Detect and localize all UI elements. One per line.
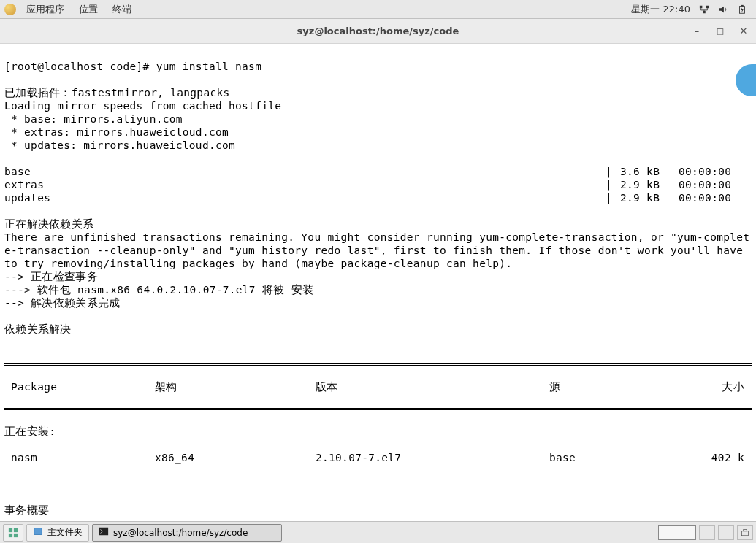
terminal-line: --> 正在检查事务 xyxy=(4,270,752,283)
blank xyxy=(4,477,752,490)
terminal-line: 已加载插件：fastestmirror, langpacks xyxy=(4,86,752,99)
terminal-icon xyxy=(99,526,109,539)
close-button[interactable]: ✕ xyxy=(738,26,749,36)
svg-rect-8 xyxy=(14,533,18,536)
terminal-line: --> 解决依赖关系完成 xyxy=(4,296,752,309)
svg-rect-0 xyxy=(700,5,703,8)
svg-rect-10 xyxy=(99,528,108,536)
tray-box[interactable] xyxy=(658,525,696,540)
terminal-line xyxy=(4,336,752,349)
svg-rect-9 xyxy=(34,528,42,535)
svg-rect-5 xyxy=(9,528,12,531)
taskbar-item-label: syz@localhost:/home/syz/code xyxy=(113,528,248,538)
terminal-line: 正在解决依赖关系 xyxy=(4,217,752,231)
svg-rect-6 xyxy=(14,528,18,531)
taskbar-item[interactable]: 主文件夹 xyxy=(26,524,89,542)
table-header: Package 架构 版本 源 大小 xyxy=(4,380,752,393)
menu-places[interactable]: 位置 xyxy=(72,3,105,16)
terminal-line: * base: mirrors.aliyun.com xyxy=(4,112,752,126)
files-icon xyxy=(33,526,43,539)
maximize-button[interactable]: ◻ xyxy=(715,26,725,36)
window-title: syz@localhost:/home/syz/code xyxy=(297,26,459,36)
table-row: nasm x86_64 2.10.07-7.el7 base 402 k xyxy=(4,451,752,464)
repo-row: base| 3.6 kB00:00:00 xyxy=(4,165,752,178)
battery-icon[interactable] xyxy=(733,4,752,15)
clock[interactable]: 星期一 22:40 xyxy=(627,3,695,16)
minimize-button[interactable]: – xyxy=(692,26,702,36)
tray-slot-1[interactable] xyxy=(699,525,715,540)
installing-label: 正在安装: xyxy=(4,425,752,438)
svg-rect-2 xyxy=(703,10,706,13)
terminal-line: ---> 软件包 nasm.x86_64.0.2.10.07-7.el7 将被 … xyxy=(4,283,752,296)
menu-applications[interactable]: 应用程序 xyxy=(19,3,72,16)
svg-rect-11 xyxy=(742,531,749,535)
network-icon[interactable] xyxy=(695,4,714,15)
menu-terminal[interactable]: 终端 xyxy=(105,3,139,16)
system-tray xyxy=(658,525,753,540)
window-titlebar[interactable]: syz@localhost:/home/syz/code – ◻ ✕ xyxy=(0,19,756,44)
terminal-line: * extras: mirrors.huaweicloud.com xyxy=(4,126,752,139)
show-desktop-button[interactable] xyxy=(3,524,23,542)
tray-slot-2[interactable] xyxy=(718,525,734,540)
prompt-line: [root@localhost code]# yum install nasm xyxy=(4,60,752,73)
repo-row: updates| 2.9 kB00:00:00 xyxy=(4,191,752,204)
table-divider-top xyxy=(4,363,752,366)
summary-label: 事务概要 xyxy=(4,504,752,517)
terminal-line: There are unfinished transactions remain… xyxy=(4,231,752,244)
repo-row: extras| 2.9 kB00:00:00 xyxy=(4,178,752,191)
volume-icon[interactable] xyxy=(714,4,733,15)
terminal-output[interactable]: [root@localhost code]# yum install nasm … xyxy=(0,44,756,521)
top-panel: 应用程序 位置 终端 星期一 22:40 xyxy=(0,0,756,19)
svg-rect-4 xyxy=(741,4,744,6)
terminal-line: Loading mirror speeds from cached hostfi… xyxy=(4,99,752,112)
terminal-line: to try removing/installing packages by h… xyxy=(4,257,752,270)
taskbar-item-label: 主文件夹 xyxy=(47,526,83,539)
table-divider-mid xyxy=(4,408,752,410)
tray-slot-3[interactable] xyxy=(737,525,753,540)
svg-rect-7 xyxy=(9,533,12,536)
gnome-logo-icon xyxy=(4,4,16,15)
terminal-line xyxy=(4,309,752,323)
terminal-line: e-transaction --cleanup-only" and "yum h… xyxy=(4,244,752,257)
terminal-line: 依赖关系解决 xyxy=(4,323,752,336)
svg-rect-12 xyxy=(744,529,747,531)
terminal-line: * updates: mirrors.huaweicloud.com xyxy=(4,139,752,152)
taskbar-item[interactable]: syz@localhost:/home/syz/code xyxy=(92,524,282,542)
svg-rect-1 xyxy=(706,5,709,8)
taskbar: 主文件夹syz@localhost:/home/syz/code xyxy=(0,521,756,543)
